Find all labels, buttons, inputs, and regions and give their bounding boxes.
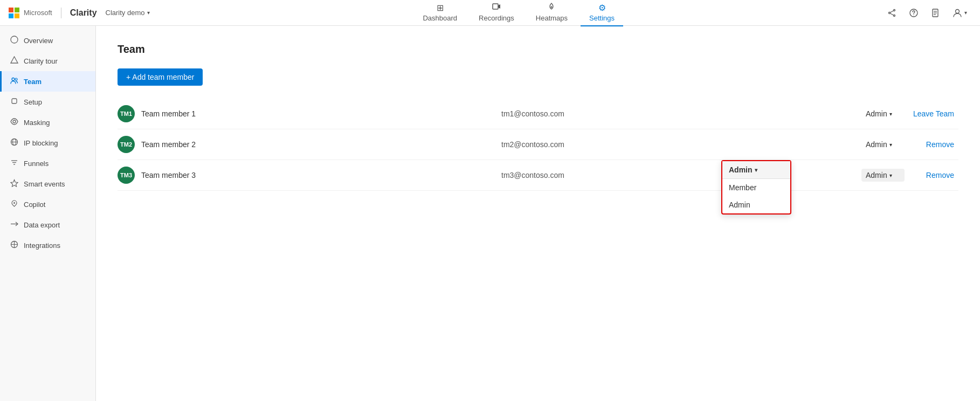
role-label-2: Admin bbox=[866, 171, 887, 179]
microsoft-logo bbox=[9, 8, 19, 18]
sidebar-item-data-export[interactable]: Data export bbox=[0, 215, 95, 235]
masking-icon bbox=[10, 117, 18, 127]
svg-point-17 bbox=[12, 78, 15, 81]
table-row: TM1 Team member 1 tm1@contoso.com Admin … bbox=[118, 99, 958, 129]
dropdown-option-member[interactable]: Member bbox=[722, 179, 790, 196]
role-label-1: Admin bbox=[866, 140, 887, 149]
avatar: TM3 bbox=[118, 167, 135, 184]
sidebar-item-ip-blocking[interactable]: IP blocking bbox=[0, 133, 95, 153]
dropdown-header-label: Admin bbox=[729, 165, 753, 174]
remove-link-2[interactable]: Remove bbox=[905, 171, 958, 179]
svg-point-4 bbox=[894, 15, 895, 16]
svg-point-5 bbox=[889, 12, 891, 13]
docs-button[interactable] bbox=[927, 4, 944, 22]
sidebar-item-data-export-label: Data export bbox=[24, 221, 60, 229]
sidebar-item-smart-events[interactable]: Smart events bbox=[0, 174, 95, 194]
role-chevron-icon-0: ▾ bbox=[889, 111, 892, 117]
funnels-icon bbox=[10, 158, 18, 168]
svg-point-28 bbox=[13, 202, 15, 204]
copilot-icon bbox=[10, 199, 18, 209]
svg-marker-27 bbox=[11, 180, 18, 187]
sidebar-item-copilot[interactable]: Copilot bbox=[0, 194, 95, 215]
sidebar-item-overview[interactable]: Overview bbox=[0, 30, 95, 51]
app-layout: Overview Clarity tour Team Setup Masking bbox=[0, 26, 980, 401]
sidebar-item-overview-label: Overview bbox=[24, 37, 53, 45]
sidebar-item-setup-label: Setup bbox=[24, 98, 42, 106]
svg-point-18 bbox=[15, 78, 17, 80]
project-selector[interactable]: Clarity demo ▾ bbox=[101, 6, 154, 19]
role-chevron-icon-1: ▾ bbox=[889, 142, 892, 148]
sidebar-item-integrations-label: Integrations bbox=[24, 241, 60, 250]
member-email: tm3@contoso.com bbox=[501, 171, 861, 179]
smart-events-icon bbox=[10, 179, 18, 189]
role-chevron-icon-2: ▾ bbox=[889, 172, 892, 178]
svg-marker-16 bbox=[11, 57, 18, 63]
dropdown-option-admin[interactable]: Admin bbox=[722, 196, 790, 213]
member-name: Team member 1 bbox=[141, 109, 501, 118]
brand-divider bbox=[61, 8, 61, 18]
sidebar-item-setup[interactable]: Setup bbox=[0, 92, 95, 112]
data-export-icon bbox=[10, 220, 18, 230]
role-dropdown-2[interactable]: Admin ▾ bbox=[861, 169, 905, 182]
tab-dashboard-label: Dashboard bbox=[423, 14, 457, 22]
role-label-0: Admin bbox=[866, 109, 887, 118]
brand-area: Microsoft Clarity Clarity demo ▾ bbox=[9, 6, 154, 19]
help-button[interactable] bbox=[905, 4, 922, 22]
tab-settings[interactable]: ⚙ Settings bbox=[581, 0, 623, 26]
project-chevron-icon: ▾ bbox=[147, 10, 150, 16]
setup-icon bbox=[10, 97, 18, 107]
integrations-icon bbox=[10, 240, 18, 250]
svg-line-6 bbox=[890, 10, 893, 12]
nav-right: ▾ bbox=[884, 4, 971, 22]
remove-link-1[interactable]: Remove bbox=[905, 140, 958, 149]
sidebar-item-ip-blocking-label: IP blocking bbox=[24, 139, 58, 147]
tab-recordings-label: Recordings bbox=[479, 14, 514, 22]
project-name: Clarity demo bbox=[106, 9, 145, 17]
sidebar-item-copilot-label: Copilot bbox=[24, 200, 45, 209]
svg-point-20 bbox=[13, 120, 16, 123]
add-team-member-button[interactable]: + Add team member bbox=[118, 68, 203, 86]
tab-dashboard[interactable]: ⊞ Dashboard bbox=[414, 0, 466, 26]
role-dropdown-1[interactable]: Admin ▾ bbox=[861, 138, 905, 151]
sidebar-item-masking-label: Masking bbox=[24, 119, 50, 127]
dropdown-header[interactable]: Admin ▾ bbox=[722, 161, 790, 179]
sidebar-item-team-label: Team bbox=[24, 78, 42, 86]
svg-point-9 bbox=[913, 14, 914, 15]
app-name: Clarity bbox=[70, 8, 97, 18]
tab-settings-label: Settings bbox=[589, 14, 615, 22]
tab-heatmaps[interactable]: Heatmaps bbox=[527, 0, 576, 26]
svg-line-7 bbox=[890, 13, 893, 15]
sidebar-item-masking[interactable]: Masking bbox=[0, 112, 95, 133]
dropdown-header-chevron-icon: ▾ bbox=[755, 167, 757, 173]
dashboard-icon: ⊞ bbox=[437, 3, 444, 13]
user-menu-button[interactable]: ▾ bbox=[948, 6, 971, 20]
nav-tabs: ⊞ Dashboard Recordings Heatmaps ⚙ Settin… bbox=[154, 0, 884, 26]
leave-team-link[interactable]: Leave Team bbox=[905, 109, 958, 118]
role-dropdown-0[interactable]: Admin ▾ bbox=[861, 107, 905, 120]
share-button[interactable] bbox=[884, 4, 901, 22]
sidebar: Overview Clarity tour Team Setup Masking bbox=[0, 26, 96, 401]
team-icon bbox=[10, 77, 18, 86]
heatmaps-icon bbox=[547, 2, 556, 13]
svg-point-3 bbox=[894, 9, 895, 11]
avatar: TM1 bbox=[118, 105, 135, 122]
overview-icon bbox=[10, 36, 18, 45]
sidebar-item-team[interactable]: Team bbox=[0, 71, 95, 92]
member-email: tm1@contoso.com bbox=[501, 109, 861, 118]
tab-recordings[interactable]: Recordings bbox=[470, 0, 523, 26]
role-dropdown-menu: Admin ▾ Member Admin bbox=[721, 160, 791, 215]
settings-icon: ⚙ bbox=[598, 3, 606, 13]
svg-rect-0 bbox=[493, 4, 498, 9]
avatar: TM2 bbox=[118, 136, 135, 153]
sidebar-item-funnels[interactable]: Funnels bbox=[0, 153, 95, 174]
user-chevron-icon: ▾ bbox=[964, 10, 967, 16]
sidebar-item-integrations[interactable]: Integrations bbox=[0, 235, 95, 255]
tab-heatmaps-label: Heatmaps bbox=[536, 14, 568, 22]
recordings-icon bbox=[492, 2, 501, 13]
main-content: Team + Add team member TM1 Team member 1… bbox=[96, 26, 980, 401]
svg-point-14 bbox=[956, 9, 960, 13]
svg-point-15 bbox=[11, 36, 18, 43]
member-email: tm2@contoso.com bbox=[501, 140, 861, 149]
sidebar-item-clarity-tour[interactable]: Clarity tour bbox=[0, 51, 95, 71]
team-list: TM1 Team member 1 tm1@contoso.com Admin … bbox=[118, 99, 958, 191]
